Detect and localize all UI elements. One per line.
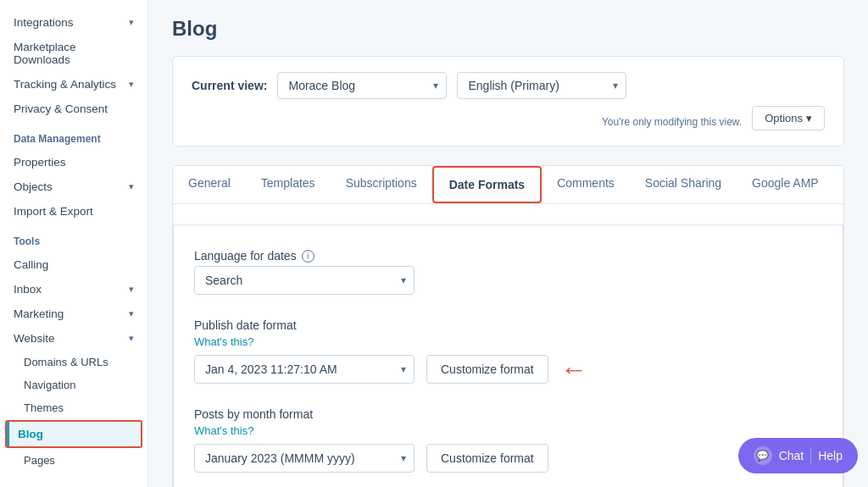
sidebar-section-tools: Tools	[0, 224, 147, 252]
tab-general[interactable]: General	[173, 166, 246, 203]
posts-format-select-wrapper: January 2023 (MMMM yyyy) ▾	[194, 444, 415, 473]
tab-comments[interactable]: Comments	[542, 166, 630, 203]
language-select[interactable]: English (Primary)	[457, 72, 626, 99]
page-title: Blog	[172, 17, 844, 41]
tabs-row: General Templates Subscriptions Date For…	[173, 166, 843, 204]
chevron-down-icon: ▾	[129, 79, 134, 90]
publish-date-format-section: Publish date format What's this? Jan 4, …	[194, 318, 822, 384]
publish-whats-this[interactable]: What's this?	[194, 335, 822, 348]
blog-select[interactable]: Morace Blog	[277, 72, 447, 99]
blog-select-wrapper: Morace Blog ▾	[277, 72, 447, 99]
sidebar-item-properties[interactable]: Properties	[0, 150, 147, 174]
divider	[810, 447, 811, 464]
sidebar-section-data-management: Data Management	[0, 121, 147, 150]
sidebar-item-calling[interactable]: Calling	[0, 252, 147, 277]
language-select-wrapper: English (Primary) ▾	[457, 72, 626, 99]
tabs-content-container: General Templates Subscriptions Date For…	[172, 165, 844, 487]
publish-format-label: Publish date format	[194, 318, 822, 332]
options-button[interactable]: Options ▾	[752, 106, 825, 130]
red-arrow-icon: ←	[560, 354, 587, 385]
customize-format-button-2[interactable]: Customize format	[426, 444, 548, 473]
sidebar-item-themes[interactable]: Themes	[0, 396, 147, 419]
chevron-down-icon: ▾	[129, 333, 134, 344]
chevron-down-icon: ▾	[129, 17, 134, 28]
sidebar-item-domains-urls[interactable]: Domains & URLs	[0, 351, 147, 374]
view-note-text: You're only modifying this view.	[602, 116, 742, 128]
chat-button[interactable]: 💬 Chat Help	[738, 438, 858, 473]
main-content: Blog Current view: Morace Blog ▾ English…	[148, 0, 868, 487]
sidebar-item-tracking-analytics[interactable]: Tracking & Analytics ▾	[0, 72, 147, 97]
customize-format-button-1[interactable]: Customize format	[426, 355, 548, 384]
chevron-down-icon: ▾	[129, 308, 134, 319]
tab-google-amp[interactable]: Google AMP	[737, 166, 834, 203]
sidebar-item-import-export[interactable]: Import & Export	[0, 199, 147, 224]
current-view-card: Current view: Morace Blog ▾ English (Pri…	[172, 56, 844, 147]
sidebar-item-website[interactable]: Website ▾	[0, 326, 147, 351]
chevron-down-icon: ▾	[806, 112, 812, 125]
posts-month-label: Posts by month format	[194, 407, 822, 421]
sidebar-item-objects[interactable]: Objects ▾	[0, 174, 147, 199]
blog-item-outline: Blog	[5, 420, 142, 448]
language-select-wrapper: Search ▾	[194, 266, 415, 295]
publish-format-select[interactable]: Jan 4, 2023 11:27:10 AM	[194, 355, 415, 384]
publish-format-row: Jan 4, 2023 11:27:10 AM ▾ Customize form…	[194, 355, 822, 384]
posts-format-row: January 2023 (MMMM yyyy) ▾ Customize for…	[194, 444, 822, 473]
current-view-label: Current view:	[192, 79, 267, 92]
sidebar-item-navigation[interactable]: Navigation	[0, 374, 147, 396]
info-icon[interactable]: i	[302, 250, 314, 263]
arrow-wrapper: Customize format ←	[426, 355, 548, 384]
posts-month-format-section: Posts by month format What's this? Janua…	[194, 407, 822, 473]
sidebar-item-integrations[interactable]: Integrations ▾	[0, 10, 147, 35]
chat-icon: 💬	[754, 446, 772, 465]
language-dates-label: Language for dates i	[194, 249, 822, 263]
sidebar-item-blog[interactable]: Blog	[7, 422, 141, 446]
chevron-down-icon: ▾	[129, 284, 134, 295]
sidebar-item-inbox[interactable]: Inbox ▾	[0, 277, 147, 302]
tab-templates[interactable]: Templates	[246, 166, 331, 203]
sidebar-item-privacy-consent[interactable]: Privacy & Consent	[0, 97, 147, 121]
chevron-down-icon: ▾	[129, 181, 134, 192]
tab-date-formats[interactable]: Date Formats	[432, 166, 542, 203]
tab-subscriptions[interactable]: Subscriptions	[331, 166, 432, 203]
sidebar-item-pages[interactable]: Pages	[0, 449, 147, 472]
language-dates-select[interactable]: Search	[194, 266, 415, 295]
tab-social-sharing[interactable]: Social Sharing	[630, 166, 737, 203]
posts-whats-this[interactable]: What's this?	[194, 424, 822, 437]
sidebar-item-marketplace-downloads[interactable]: Marketplace Downloads	[0, 35, 147, 72]
posts-format-select[interactable]: January 2023 (MMMM yyyy)	[194, 444, 415, 473]
sidebar: Integrations ▾ Marketplace Downloads Tra…	[0, 0, 148, 487]
sidebar-item-marketing[interactable]: Marketing ▾	[0, 302, 147, 326]
publish-format-select-wrapper: Jan 4, 2023 11:27:10 AM ▾	[194, 355, 415, 384]
language-for-dates-section: Language for dates i Search ▾	[194, 249, 822, 295]
